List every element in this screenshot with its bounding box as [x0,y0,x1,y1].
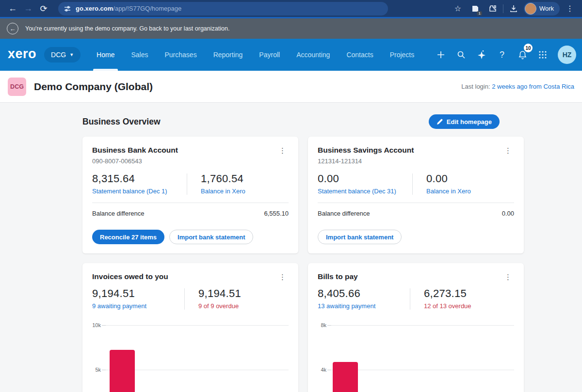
nav-item-home[interactable]: Home [88,39,123,71]
card-title: Invoices owed to you [92,272,168,281]
main-content: Business Overview Edit homepage Business… [0,103,582,392]
downloads-icon[interactable] [506,2,521,16]
xero-navbar: xero DCG ▼ Home Sales Purchases Reportin… [0,39,582,71]
gridline [106,325,289,326]
apps-grid-icon[interactable] [534,47,551,63]
profile-label: Work [539,5,554,12]
demo-company-banner: ← You're currently using the demo compan… [0,18,582,39]
org-switcher[interactable]: DCG ▼ [44,47,81,63]
awaiting-payment-link[interactable]: 13 awaiting payment [318,302,410,310]
nav-item-sales[interactable]: Sales [123,39,156,71]
overdue-link[interactable]: 12 of 13 overdue [424,302,512,310]
import-bank-statement-button[interactable]: Import bank statement [318,230,402,244]
search-icon[interactable] [453,47,469,63]
statement-balance-amount: 8,315.64 [92,172,187,185]
axis-tick [327,325,331,326]
chevron-down-icon: ▼ [69,52,74,57]
edit-homepage-button[interactable]: Edit homepage [429,114,500,129]
divider [92,203,289,203]
ai-sparkle-icon[interactable] [473,47,490,63]
nav-item-payroll[interactable]: Payroll [251,39,288,71]
extensions-puzzle-icon[interactable] [485,2,500,16]
card-bills-to-pay: Bills to pay ⋮ 8,405.66 13 awaiting paym… [308,263,524,392]
overdue-bar[interactable] [333,362,358,392]
xero-balance-amount: 0.00 [426,172,514,185]
nav-item-projects[interactable]: Projects [382,39,423,71]
bookmark-star-icon[interactable]: ☆ [451,2,465,16]
overdue-amount: 9,194.51 [198,287,286,300]
card-business-bank-account: Business Bank Account ⋮ 090-8007-006543 … [82,137,298,253]
balance-difference-value: 0.00 [502,210,514,217]
nav-item-accounting[interactable]: Accounting [288,39,338,71]
xero-balance-link[interactable]: Balance in Xero [201,188,289,195]
statement-balance-amount: 0.00 [318,172,412,185]
last-login-link[interactable]: 2 weeks ago from Costa Rica [492,83,574,90]
y-axis-label: 5k [92,367,101,373]
divider [318,203,514,203]
back-to-org-icon[interactable]: ← [7,23,18,34]
import-bank-statement-button[interactable]: Import bank statement [169,230,253,244]
browser-toolbar: ← → ⟳ go.xero.com/app/!S77GQ/homepage ☆ … [0,0,582,18]
add-new-icon[interactable] [433,47,449,63]
browser-back-button[interactable]: ← [5,1,20,16]
reconcile-button[interactable]: Reconcile 27 items [92,230,164,244]
last-login: Last login: 2 weeks ago from Costa Rica [461,83,574,90]
browser-forward-button[interactable]: → [20,1,36,16]
divider [184,288,185,310]
card-title: Business Bank Account [92,146,178,155]
pencil-icon [436,119,443,125]
card-business-savings-account: Business Savings Account ⋮ 121314-121314… [308,137,524,253]
gridline [331,325,514,326]
browser-reload-button[interactable]: ⟳ [36,1,51,16]
overdue-link[interactable]: 9 of 9 overdue [198,302,286,310]
card-menu-icon[interactable]: ⋮ [502,272,514,282]
url-text: go.xero.com/app/!S77GQ/homepage [76,5,181,12]
notifications-bell-icon[interactable]: 10 [514,47,531,63]
browser-menu-icon[interactable]: ⋮ [563,2,577,16]
card-title: Business Savings Account [318,146,414,155]
address-bar[interactable]: go.xero.com/app/!S77GQ/homepage [58,2,388,16]
divider [412,173,413,195]
xero-balance-amount: 1,760.54 [201,172,289,185]
nav-item-purchases[interactable]: Purchases [156,39,205,71]
axis-tick [102,370,106,370]
card-menu-icon[interactable]: ⋮ [276,146,289,155]
axis-tick [102,325,106,326]
notification-count-badge: 10 [524,44,533,52]
card-menu-icon[interactable]: ⋮ [502,146,514,155]
user-avatar[interactable]: HZ [558,46,576,64]
overdue-bar[interactable] [110,350,135,392]
toolbar-divider [503,4,503,13]
bills-bar-chart: 8k 4k [318,320,514,392]
nav-item-reporting[interactable]: Reporting [205,39,251,71]
nav-item-contacts[interactable]: Contacts [338,39,381,71]
gridline [331,370,514,370]
browser-profile-button[interactable]: Work [524,2,560,16]
card-invoices-owed: Invoices owed to you ⋮ 9,194.51 9 awaiti… [82,263,298,392]
overdue-amount: 6,273.15 [424,287,512,300]
extension-badge: 1 [477,11,482,16]
statement-balance-link[interactable]: Statement balance (Dec 1) [92,188,187,195]
statement-balance-link[interactable]: Statement balance (Dec 31) [318,188,412,195]
help-icon[interactable]: ? [494,47,510,63]
balance-difference-label: Balance difference [92,210,144,217]
org-header: DCG Demo Company (Global) Last login: 2 … [0,71,582,103]
divider [410,288,410,310]
xero-logo[interactable]: xero [8,47,36,62]
card-menu-icon[interactable]: ⋮ [276,272,289,282]
account-number: 121314-121314 [318,157,514,165]
password-extension-icon[interactable]: 1 [468,2,483,16]
profile-avatar [525,3,536,15]
section-title: Business Overview [82,117,161,127]
awaiting-amount: 9,194.51 [92,287,184,300]
xero-balance-link[interactable]: Balance in Xero [426,188,514,195]
y-axis-label: 8k [318,322,326,328]
site-settings-icon[interactable] [64,5,71,12]
awaiting-payment-link[interactable]: 9 awaiting payment [92,302,184,310]
invoices-bar-chart: 10k 5k [92,320,289,392]
card-title: Bills to pay [318,272,358,281]
balance-difference-label: Balance difference [318,210,370,217]
banner-text: You're currently using the demo company.… [25,25,229,32]
balance-difference-value: 6,555.10 [264,210,289,217]
nav-menu: Home Sales Purchases Reporting Payroll A… [88,39,422,71]
